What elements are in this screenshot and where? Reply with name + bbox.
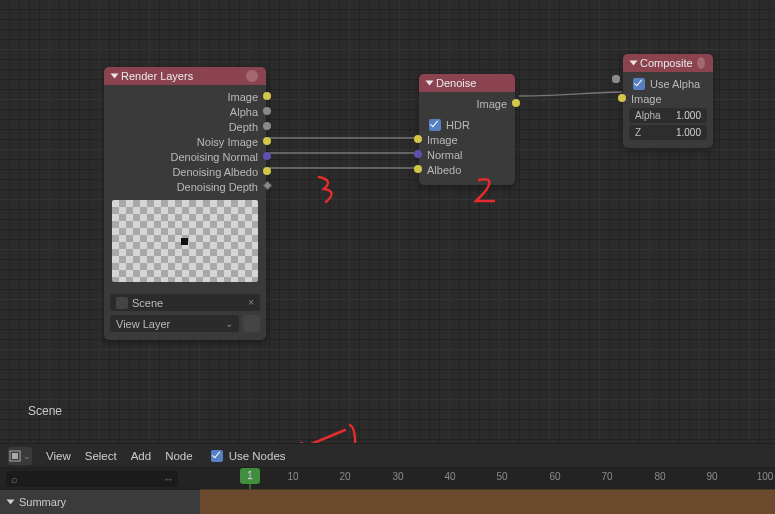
- output-label: Depth: [229, 121, 258, 133]
- checkbox-checked-icon: [633, 78, 645, 90]
- compositor-header: ⌄ View Select Add Node Use Nodes: [0, 443, 775, 468]
- hdr-label: HDR: [446, 119, 470, 131]
- output-socket-image[interactable]: [512, 99, 520, 107]
- checkbox-checked-icon: [211, 450, 223, 462]
- use-nodes-label: Use Nodes: [229, 450, 286, 462]
- horizontal-arrows-icon[interactable]: ↔: [163, 473, 174, 485]
- input-label: Image: [631, 93, 662, 105]
- output-label: Denoising Normal: [171, 151, 258, 163]
- chevron-down-icon: ⌄: [23, 451, 31, 461]
- timeline-tick: 90: [706, 471, 717, 482]
- node-title: Composite: [640, 57, 693, 69]
- collapse-icon[interactable]: [111, 74, 119, 79]
- alpha-value: 1.000: [676, 110, 701, 121]
- output-socket-alpha[interactable]: [263, 107, 271, 115]
- scene-select[interactable]: Scene ×: [110, 294, 260, 311]
- timeline-tick: 40: [444, 471, 455, 482]
- menu-node[interactable]: Node: [165, 450, 193, 462]
- layer-select[interactable]: View Layer ⌄: [110, 315, 239, 332]
- collapse-icon: [7, 500, 15, 505]
- timeline-tick: 30: [392, 471, 403, 482]
- menu-view[interactable]: View: [46, 450, 71, 462]
- z-field[interactable]: Z 1.000: [629, 125, 707, 140]
- output-label: Image: [227, 91, 258, 103]
- timeline-tick: 1: [247, 471, 253, 482]
- channel-search-input[interactable]: ⌕ ↔: [6, 471, 178, 487]
- menu-add[interactable]: Add: [131, 450, 151, 462]
- timeline-tick: 10: [287, 471, 298, 482]
- output-label: Image: [476, 98, 507, 110]
- timeline-ruler[interactable]: 1 1102030405060708090100: [200, 468, 775, 489]
- render-preview-thumbnail: [112, 200, 258, 282]
- z-value: 1.000: [676, 127, 701, 138]
- timeline-tick: 50: [496, 471, 507, 482]
- chevron-down-icon: ⌄: [225, 318, 233, 329]
- summary-label: Summary: [19, 496, 66, 508]
- hdr-checkbox[interactable]: HDR: [425, 117, 509, 132]
- input-label: Albedo: [427, 164, 461, 176]
- timeline-tick: 80: [654, 471, 665, 482]
- output-socket-depth[interactable]: [263, 122, 271, 130]
- preview-toggle-icon[interactable]: [697, 57, 705, 69]
- editor-context-label: Scene: [28, 404, 62, 418]
- output-label: Denoising Albedo: [172, 166, 258, 178]
- alpha-label: Alpha: [635, 110, 676, 121]
- preview-toggle-icon[interactable]: [246, 70, 258, 82]
- input-socket-image[interactable]: [618, 94, 626, 102]
- editor-type-button[interactable]: ⌄: [8, 447, 32, 465]
- input-socket-image[interactable]: [414, 135, 422, 143]
- input-socket-normal[interactable]: [414, 150, 422, 158]
- timeline-tick: 60: [549, 471, 560, 482]
- output-socket-dn-albedo[interactable]: [263, 167, 271, 175]
- svg-rect-1: [12, 453, 18, 459]
- node-title: Render Layers: [121, 70, 193, 82]
- output-socket-image[interactable]: [263, 92, 271, 100]
- input-label: Image: [427, 134, 458, 146]
- dopesheet-summary-row: Summary: [0, 489, 775, 514]
- timeline-tick: 100: [757, 471, 774, 482]
- node-header[interactable]: Render Layers: [104, 67, 266, 85]
- alpha-field[interactable]: Alpha 1.000: [629, 108, 707, 123]
- search-icon: ⌕: [11, 473, 18, 485]
- use-alpha-label: Use Alpha: [650, 78, 700, 90]
- summary-toggle[interactable]: Summary: [0, 489, 200, 514]
- output-socket-noisy[interactable]: [263, 137, 271, 145]
- z-label: Z: [635, 127, 676, 138]
- scene-value: Scene: [132, 297, 163, 309]
- input-socket-z[interactable]: [612, 75, 620, 83]
- output-label: Alpha: [230, 106, 258, 118]
- clear-icon[interactable]: ×: [248, 297, 254, 308]
- node-composite[interactable]: Composite Use Alpha Image Alpha 1.000 Z …: [623, 54, 713, 148]
- timeline-tick: 70: [601, 471, 612, 482]
- timeline-tick: 20: [339, 471, 350, 482]
- use-nodes-checkbox[interactable]: Use Nodes: [207, 448, 290, 463]
- output-label: Noisy Image: [197, 136, 258, 148]
- collapse-icon[interactable]: [426, 81, 434, 86]
- node-header[interactable]: Composite: [623, 54, 713, 72]
- node-title: Denoise: [436, 77, 476, 89]
- node-header[interactable]: Denoise: [419, 74, 515, 92]
- render-button[interactable]: [243, 315, 260, 332]
- input-label: Normal: [427, 149, 462, 161]
- checkbox-checked-icon: [429, 119, 441, 131]
- node-denoise[interactable]: Denoise Image HDR Image Normal Albedo: [419, 74, 515, 185]
- summary-track[interactable]: [200, 489, 775, 514]
- layer-value: View Layer: [116, 318, 170, 330]
- menu-select[interactable]: Select: [85, 450, 117, 462]
- output-socket-dn-normal[interactable]: [263, 152, 271, 160]
- scene-icon: [116, 297, 128, 309]
- use-alpha-checkbox[interactable]: Use Alpha: [629, 76, 707, 91]
- node-render-layers[interactable]: Render Layers Image Alpha Depth Noisy Im…: [104, 67, 266, 340]
- output-label: Denoising Depth: [177, 181, 258, 193]
- input-socket-albedo[interactable]: [414, 165, 422, 173]
- compositor-icon: [9, 450, 21, 462]
- collapse-icon[interactable]: [630, 61, 638, 66]
